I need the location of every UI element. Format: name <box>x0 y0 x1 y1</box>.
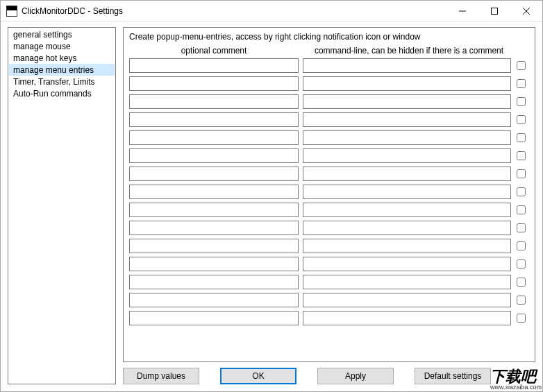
row-checkbox[interactable] <box>517 223 526 232</box>
entry-row <box>129 167 529 181</box>
entry-row <box>129 257 529 271</box>
entry-row <box>129 148 529 163</box>
cmdline-input[interactable] <box>303 185 511 199</box>
row-checkbox[interactable] <box>517 97 526 106</box>
comment-input[interactable] <box>129 293 299 307</box>
row-checkbox[interactable] <box>517 115 526 124</box>
ok-button[interactable]: OK <box>220 368 296 384</box>
sidebar-item-general-settings[interactable]: general settings <box>9 28 115 40</box>
column-header-cmdline: command-line, can be hidden if there is … <box>303 46 515 56</box>
cmdline-input[interactable] <box>303 203 511 217</box>
entry-row <box>129 221 529 235</box>
cmdline-input[interactable] <box>303 130 511 145</box>
entry-row <box>129 275 529 289</box>
comment-input[interactable] <box>129 257 299 271</box>
cmdline-input[interactable] <box>303 257 511 271</box>
comment-input[interactable] <box>129 148 299 163</box>
entry-row <box>129 76 529 91</box>
window-title: ClickMonitorDDC - Settings <box>22 6 446 16</box>
maximize-button[interactable] <box>478 1 510 22</box>
cmdline-input[interactable] <box>303 94 511 109</box>
column-headers: optional comment command-line, can be hi… <box>129 46 529 56</box>
entry-row <box>129 94 529 109</box>
comment-input[interactable] <box>129 76 299 91</box>
entry-row <box>129 203 529 217</box>
maximize-icon <box>491 8 498 15</box>
app-icon <box>6 6 17 17</box>
main-panel: Create popup-menu-entries, access by rig… <box>123 27 535 362</box>
minimize-icon <box>459 8 466 15</box>
sidebar-item-manage-mouse[interactable]: manage mouse <box>9 40 115 52</box>
column-header-comment: optional comment <box>129 46 299 56</box>
button-bar: Dump values OK Apply Default settings <box>123 362 535 384</box>
row-checkbox[interactable] <box>517 187 526 196</box>
row-checkbox[interactable] <box>517 133 526 142</box>
comment-input[interactable] <box>129 130 299 145</box>
entry-row <box>129 130 529 145</box>
comment-input[interactable] <box>129 203 299 217</box>
sidebar-item-timer-transfer-limits[interactable]: Timer, Transfer, Limits <box>9 76 115 87</box>
sidebar-item-manage-menu-entries[interactable]: manage menu entries <box>9 64 115 76</box>
comment-input[interactable] <box>129 221 299 235</box>
row-checkbox[interactable] <box>517 169 526 178</box>
cmdline-input[interactable] <box>303 148 511 163</box>
close-button[interactable] <box>510 1 542 22</box>
entry-row <box>129 311 529 325</box>
dump-values-button[interactable]: Dump values <box>123 368 199 384</box>
apply-button[interactable]: Apply <box>317 368 394 384</box>
content-area: general settingsmanage mousemanage hot k… <box>1 22 542 391</box>
default-settings-button[interactable]: Default settings <box>415 368 491 384</box>
comment-input[interactable] <box>129 275 299 289</box>
cmdline-input[interactable] <box>303 221 511 235</box>
title-bar: ClickMonitorDDC - Settings <box>1 1 542 22</box>
row-checkbox[interactable] <box>517 241 526 250</box>
cmdline-input[interactable] <box>303 58 511 73</box>
minimize-button[interactable] <box>446 1 478 22</box>
panel-heading: Create popup-menu-entries, access by rig… <box>129 32 529 42</box>
entry-row <box>129 293 529 307</box>
comment-input[interactable] <box>129 239 299 253</box>
close-icon <box>523 8 530 15</box>
entry-row <box>129 185 529 199</box>
entry-row <box>129 58 529 73</box>
cmdline-input[interactable] <box>303 275 511 289</box>
sidebar-item-auto-run-commands[interactable]: Auto-Run commands <box>9 87 115 99</box>
cmdline-input[interactable] <box>303 239 511 253</box>
svg-rect-1 <box>492 8 498 14</box>
cmdline-input[interactable] <box>303 167 511 181</box>
row-checkbox[interactable] <box>517 278 526 287</box>
row-checkbox[interactable] <box>517 205 526 214</box>
sidebar-nav: general settingsmanage mousemanage hot k… <box>8 27 116 384</box>
entry-row <box>129 112 529 127</box>
row-checkbox[interactable] <box>517 79 526 88</box>
cmdline-input[interactable] <box>303 293 511 307</box>
cmdline-input[interactable] <box>303 112 511 127</box>
row-checkbox[interactable] <box>517 296 526 305</box>
sidebar-item-manage-hot-keys[interactable]: manage hot keys <box>9 52 115 64</box>
row-checkbox[interactable] <box>517 61 526 70</box>
comment-input[interactable] <box>129 94 299 109</box>
entry-rows <box>129 58 529 356</box>
comment-input[interactable] <box>129 185 299 199</box>
row-checkbox[interactable] <box>517 314 526 323</box>
comment-input[interactable] <box>129 167 299 181</box>
row-checkbox[interactable] <box>517 151 526 160</box>
entry-row <box>129 239 529 253</box>
comment-input[interactable] <box>129 112 299 127</box>
cmdline-input[interactable] <box>303 76 511 91</box>
comment-input[interactable] <box>129 311 299 325</box>
comment-input[interactable] <box>129 58 299 73</box>
row-checkbox[interactable] <box>517 259 526 269</box>
cmdline-input[interactable] <box>303 311 511 325</box>
